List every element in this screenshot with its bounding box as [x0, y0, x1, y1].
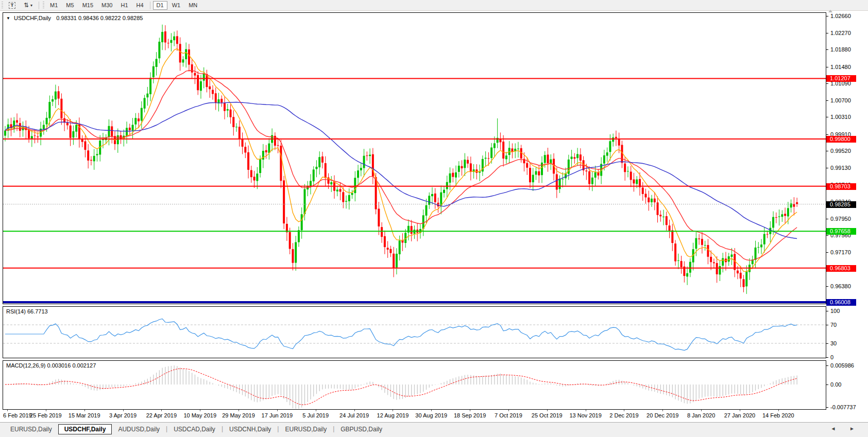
date-label: 18 Sep 2019 — [454, 412, 486, 418]
date-label: 2 Dec 2019 — [609, 412, 638, 418]
axis-tick — [826, 235, 828, 236]
axis-tick — [826, 151, 828, 151]
rsi-line — [5, 319, 797, 350]
axis-tick — [826, 357, 828, 358]
timeframe-button-h1[interactable]: H1 — [117, 1, 131, 10]
date-tick — [161, 410, 162, 411]
price-axis[interactable]: 1.026601.022701.018801.014801.010901.007… — [826, 12, 868, 410]
date-tick — [778, 410, 779, 411]
symbol-tab-usdchf-1[interactable]: USDCHF,Daily — [58, 424, 112, 434]
axis-tick-label: 0.00 — [830, 381, 841, 388]
collapse-chart-icon[interactable]: ▼ — [6, 16, 10, 21]
toolbar-grip — [43, 2, 44, 9]
date-label: 22 Apr 2019 — [146, 412, 177, 418]
axis-tick — [826, 286, 828, 287]
date-axis[interactable]: 6 Feb 201925 Feb 201915 Mar 20193 Apr 20… — [3, 410, 826, 421]
toolbar-grip — [2, 2, 3, 9]
chart-ohlc-values: 0.98331 0.98436 0.98222 0.98285 — [56, 15, 143, 21]
candlestick-chart-canvas[interactable] — [3, 13, 826, 304]
axis-tick-label: 0.97950 — [830, 216, 851, 222]
macd-indicator-pane[interactable]: MACD(12,26,9) 0.003016 0.002127 — [3, 360, 826, 410]
axis-tick-label: 0.97170 — [830, 249, 851, 256]
axis-tick — [826, 407, 828, 408]
axis-tick — [826, 33, 828, 33]
axis-tick-label: 1.01480 — [830, 64, 851, 71]
timeframe-button-h4[interactable]: H4 — [133, 1, 147, 10]
date-label: 24 Jul 2019 — [339, 412, 369, 418]
axis-tick — [826, 311, 828, 311]
date-tick — [239, 410, 239, 411]
date-tick — [200, 410, 200, 411]
date-label: 17 Jun 2019 — [262, 412, 293, 418]
ma-slow — [5, 102, 797, 239]
date-tick — [46, 410, 46, 411]
price-badge-0.98285: 0.98285 — [826, 201, 856, 208]
date-label: 20 Dec 2019 — [646, 412, 678, 418]
axis-tick-label: 0.96380 — [830, 283, 851, 290]
axis-tick — [826, 384, 828, 385]
date-tick — [7, 410, 8, 411]
rsi-label: RSI(14) 66.7713 — [6, 308, 48, 314]
toolbar: T ⇅ ▾ M1M5M15M30H1H4D1W1MN — [0, 0, 868, 11]
axis-tick-label: 1.02270 — [830, 30, 851, 37]
timeframe-button-d1[interactable]: D1 — [153, 1, 167, 10]
symbol-tab-eurusd-5[interactable]: EURUSD,Daily — [279, 425, 333, 434]
price-badge-0.98703: 0.98703 — [826, 183, 856, 190]
date-label: 25 Feb 2019 — [30, 412, 62, 418]
date-label: 30 Aug 2019 — [415, 412, 447, 418]
date-label: 13 Nov 2019 — [569, 412, 601, 418]
symbol-tab-eurusd-0[interactable]: EURUSD,Daily — [4, 425, 58, 434]
moving-average-lines — [5, 48, 797, 271]
axis-tick-label: -0.007737 — [830, 404, 856, 411]
horizontal-level-lines[interactable] — [3, 78, 826, 302]
axis-tick-label: 0.005986 — [830, 362, 854, 369]
axis-tick — [826, 219, 828, 219]
axis-tick-label: 1.00310 — [830, 114, 851, 120]
date-label: 15 Mar 2019 — [69, 412, 100, 418]
axis-tick-label: 0 — [830, 354, 833, 361]
price-badge-0.96008: 0.96008 — [826, 299, 856, 306]
axis-tick — [826, 83, 828, 84]
main-chart-pane[interactable]: ▼ USDCHF,Daily 0.98331 0.98436 0.98222 0… — [3, 12, 826, 304]
axis-tick-label: 0.99520 — [830, 148, 851, 154]
date-tick — [470, 410, 470, 411]
date-label: 3 Apr 2019 — [109, 412, 137, 418]
text-tool-icon: T — [9, 2, 15, 9]
symbol-tab-usdcad-3[interactable]: USDCAD,Daily — [167, 425, 222, 434]
chart-symbol-label: USDCHF,Daily — [14, 15, 51, 21]
timeframe-button-m5[interactable]: M5 — [62, 1, 77, 10]
axis-tick — [826, 252, 828, 253]
macd-chart-canvas[interactable] — [3, 361, 826, 409]
price-badge-0.97658: 0.97658 — [826, 228, 856, 235]
ma-medium — [5, 71, 797, 260]
price-badge-0.96803: 0.96803 — [826, 265, 856, 272]
axis-tick — [826, 16, 828, 16]
price-badge-1.01207: 1.01207 — [826, 75, 856, 82]
rsi-indicator-pane[interactable]: RSI(14) 66.7713 — [3, 306, 826, 358]
date-tick — [123, 410, 124, 411]
arrange-windows-button[interactable]: ⇅ ▾ — [20, 1, 36, 10]
axis-tick-label: 0.99130 — [830, 165, 851, 171]
axis-tick-label: 1.00700 — [830, 97, 851, 104]
date-tick — [354, 410, 355, 411]
timeframe-button-w1[interactable]: W1 — [168, 1, 184, 10]
rsi-chart-canvas[interactable] — [3, 307, 826, 358]
axis-tick — [826, 100, 828, 101]
symbol-tab-gbpusd-6[interactable]: GBPUSD,Daily — [334, 425, 388, 434]
text-label-tool-button[interactable]: T — [5, 1, 19, 10]
timeframe-button-m30[interactable]: M30 — [98, 1, 116, 10]
date-tick — [316, 410, 316, 411]
timeframe-button-m1[interactable]: M1 — [46, 1, 61, 10]
symbol-tab-usdcnh-4[interactable]: USDCNH,Daily — [223, 425, 277, 434]
date-tick — [662, 410, 663, 411]
date-label: 25 Oct 2019 — [532, 412, 563, 418]
axis-tick-label: 1.01880 — [830, 46, 851, 53]
symbol-tab-audusd-2[interactable]: AUDUSD,Daily — [112, 425, 166, 434]
timeframe-button-m15[interactable]: M15 — [79, 1, 97, 10]
chart-header: ▼ USDCHF,Daily 0.98331 0.98436 0.98222 0… — [6, 14, 143, 21]
axis-tick-label: 30 — [830, 340, 837, 347]
date-tick — [740, 410, 740, 411]
timeframe-button-mn[interactable]: MN — [185, 1, 201, 10]
date-tick — [277, 410, 278, 411]
date-tick — [701, 410, 702, 411]
